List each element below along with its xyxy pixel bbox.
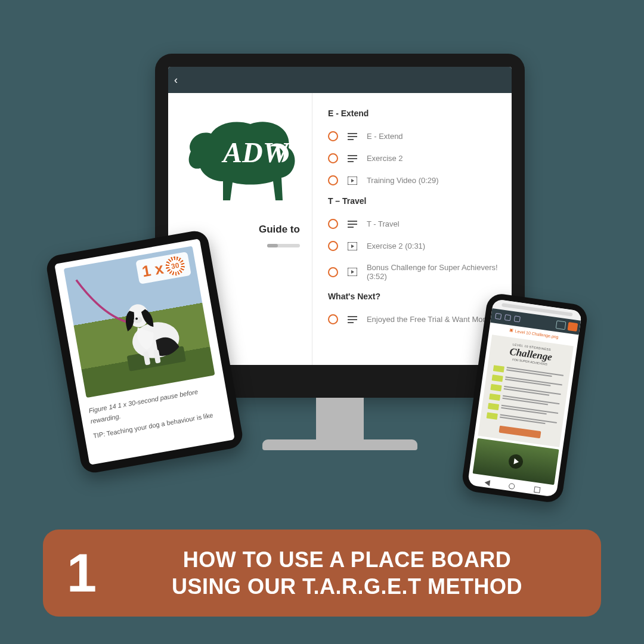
badge-multiplier: 1 x	[141, 259, 165, 281]
back-chevron-icon[interactable]: ‹	[174, 74, 178, 86]
phone-screen: ▣ Level 10 Challenge.png LEVEL 10 STEADI…	[467, 299, 582, 497]
svg-rect-6	[348, 161, 354, 162]
status-ring-icon	[328, 131, 338, 141]
lesson-label: Exercise 2 (0:31)	[367, 242, 425, 250]
lesson-row[interactable]: Enjoyed the Free Trial & Want More?	[328, 308, 500, 330]
lesson-row[interactable]: Exercise 2	[328, 147, 500, 169]
svg-rect-3	[348, 139, 354, 140]
nav-home-icon[interactable]	[509, 483, 515, 490]
video-lesson-icon	[348, 177, 357, 185]
appbar-left-icons	[495, 313, 521, 323]
svg-rect-5	[348, 158, 357, 159]
monitor-neck	[316, 398, 364, 439]
home-icon[interactable]	[495, 313, 501, 320]
svg-rect-9	[348, 221, 357, 222]
progress-bar	[267, 244, 300, 247]
doc-cta-button[interactable]	[499, 426, 541, 439]
lesson-row[interactable]: T - Travel	[328, 213, 500, 235]
lesson-label: Exercise 2	[367, 154, 403, 163]
section-next-title: What's Next?	[328, 292, 500, 301]
lesson-row[interactable]: Training Video (0:29)	[328, 169, 500, 191]
lesson-row[interactable]: Bonus Challenge for Super Achievers! (3:…	[328, 257, 500, 287]
title-banner: 1 HOW TO USE A PLACE BOARD USING OUR T.A…	[43, 530, 601, 617]
section-travel-title: T – Travel	[328, 196, 500, 206]
video-lesson-icon	[348, 242, 357, 250]
svg-marker-8	[351, 179, 354, 182]
svg-rect-16	[348, 316, 357, 317]
lesson-label: T - Travel	[367, 219, 400, 228]
prev-button[interactable]	[556, 320, 566, 330]
text-lesson-icon	[348, 315, 357, 324]
status-ring-icon	[328, 267, 338, 277]
text-lesson-icon	[348, 154, 357, 163]
lesson-label: Bonus Challenge for Super Achievers! (3:…	[367, 263, 500, 281]
image-icon: ▣	[509, 327, 513, 333]
app-topbar: ‹	[168, 67, 512, 93]
svg-marker-13	[351, 244, 354, 248]
nav-recent-icon[interactable]	[534, 487, 540, 493]
svg-rect-18	[348, 322, 354, 323]
next-button[interactable]	[568, 322, 578, 332]
svg-text:ADW: ADW	[221, 137, 290, 168]
tablet-photo: 1 x	[64, 246, 215, 398]
gear-icon[interactable]	[504, 314, 511, 321]
lesson-row[interactable]: Exercise 2 (0:31)	[328, 235, 500, 257]
lesson-label: E - Extend	[367, 132, 403, 141]
text-lesson-icon	[348, 220, 357, 228]
lesson-list: E - Extend E - Extend Exercise 2	[312, 93, 512, 365]
nav-back-icon[interactable]	[484, 479, 490, 486]
status-ring-icon	[328, 241, 338, 251]
svg-rect-10	[348, 224, 357, 225]
svg-rect-2	[348, 136, 357, 137]
status-ring-icon	[328, 175, 338, 185]
svg-rect-1	[348, 133, 357, 134]
status-ring-icon	[328, 153, 338, 163]
video-lesson-icon	[348, 268, 357, 276]
tablet-screen: 1 x Figure 14 1 x 30-second pause before…	[54, 239, 235, 465]
text-lesson-icon	[348, 132, 357, 141]
timer-ring-icon	[164, 255, 186, 277]
svg-rect-11	[348, 227, 354, 228]
adw-dog-logo: ADW	[180, 111, 299, 203]
monitor-base	[262, 439, 417, 450]
challenge-document: LEVEL 10 STEADINESS Challenge FOR SUPER …	[478, 335, 573, 447]
menu-icon[interactable]	[514, 315, 521, 322]
status-ring-icon	[328, 314, 338, 324]
status-ring-icon	[328, 219, 338, 229]
step-number: 1	[67, 546, 97, 600]
section-extend-title: E - Extend	[328, 109, 500, 118]
svg-marker-15	[351, 270, 354, 274]
lesson-label: Training Video (0:29)	[367, 176, 439, 185]
play-icon	[507, 453, 524, 469]
banner-title: HOW TO USE A PLACE BOARD USING OUR T.A.R…	[123, 546, 571, 600]
svg-rect-17	[348, 319, 357, 320]
lesson-label: Enjoyed the Free Trial & Want More?	[367, 315, 494, 324]
course-title-partial: Guide to	[259, 224, 304, 236]
lesson-row[interactable]: E - Extend	[328, 125, 500, 147]
svg-rect-4	[348, 155, 357, 156]
